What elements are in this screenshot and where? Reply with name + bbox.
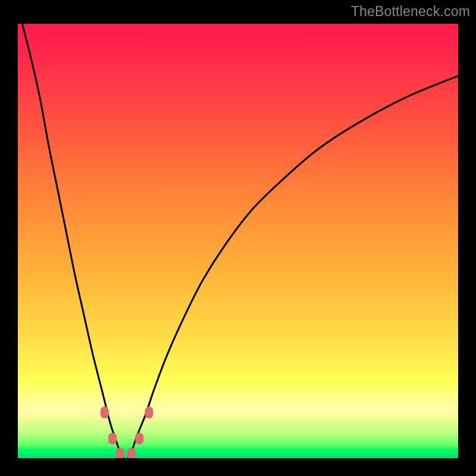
plot-area [18, 24, 458, 458]
chart-frame: TheBottleneck.com [0, 0, 476, 476]
valley-marker [101, 406, 109, 418]
bottleneck-path [22, 24, 458, 458]
valley-marker [116, 448, 124, 458]
valley-marker [135, 433, 143, 444]
watermark-text: TheBottleneck.com [351, 4, 470, 20]
valley-marker [145, 406, 154, 418]
valley-marker [108, 433, 117, 444]
valley-marker [127, 448, 136, 458]
bottleneck-curve [18, 24, 458, 458]
